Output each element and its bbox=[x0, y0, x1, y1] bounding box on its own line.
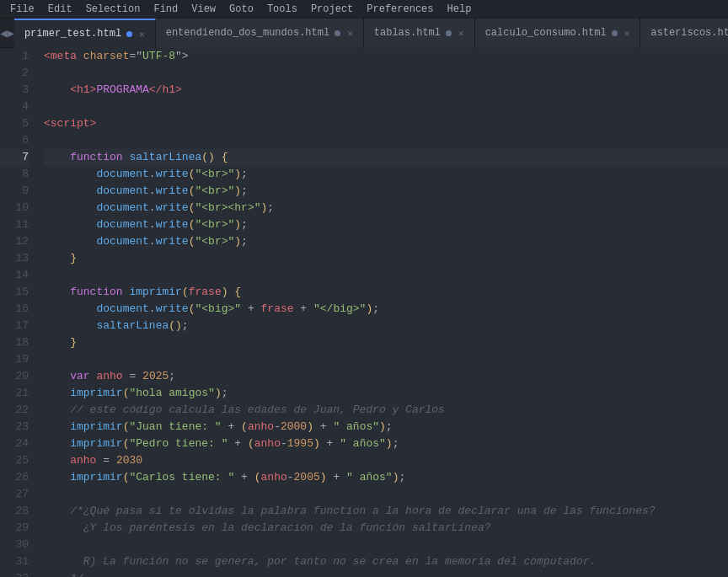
line-num-5: 5 bbox=[0, 115, 29, 132]
line-num-1: 1 bbox=[0, 48, 29, 65]
code-line-17: saltarLinea(); bbox=[44, 318, 728, 334]
line-num-32: 32 bbox=[0, 570, 29, 577]
code-line-19 bbox=[44, 351, 728, 368]
line-num-19: 19 bbox=[0, 351, 29, 368]
line-num-6: 6 bbox=[0, 132, 29, 149]
code-line-7: function saltarLinea() { bbox=[44, 149, 728, 166]
menu-bar: File Edit Selection Find View Goto Tools… bbox=[0, 0, 728, 19]
tab-nav-next[interactable]: ▶ bbox=[7, 19, 13, 48]
menu-help[interactable]: Help bbox=[441, 2, 479, 17]
line-num-22: 22 bbox=[0, 402, 29, 419]
code-line-13: } bbox=[44, 250, 728, 267]
code-line-3: <h1>PROGRAMA</h1> bbox=[44, 82, 728, 99]
code-line-23: imprimir("Juan tiene: " + (anho-2000) + … bbox=[44, 419, 728, 435]
code-line-9: document.write("<br>"); bbox=[44, 183, 728, 200]
line-num-25: 25 bbox=[0, 452, 29, 469]
line-num-12: 12 bbox=[0, 233, 29, 250]
code-line-26: imprimir("Carlos tiene: " + (anho-2005) … bbox=[44, 469, 728, 486]
line-num-7: 7 bbox=[0, 149, 29, 166]
line-num-31: 31 bbox=[0, 553, 29, 570]
line-num-24: 24 bbox=[0, 435, 29, 452]
line-num-27: 27 bbox=[0, 486, 29, 503]
code-line-11: document.write("<br>"); bbox=[44, 216, 728, 233]
line-num-14: 14 bbox=[0, 267, 29, 284]
tab-dot bbox=[335, 30, 340, 36]
code-line-22: // este código calcula las edades de Jua… bbox=[44, 402, 728, 419]
line-num-23: 23 bbox=[0, 419, 29, 435]
tab-close[interactable]: ✕ bbox=[347, 28, 353, 39]
editor: 1 2 3 4 5 6 7 8 9 10 11 12 13 14 15 16 1… bbox=[0, 48, 728, 577]
tab-dot bbox=[446, 30, 452, 36]
code-line-6 bbox=[44, 132, 728, 149]
code-line-20: var anho = 2025; bbox=[44, 368, 728, 385]
code-line-31: R) La función no se genera, por tanto no… bbox=[44, 553, 728, 570]
line-num-17: 17 bbox=[0, 318, 29, 334]
code-line-12: document.write("<br>"); bbox=[44, 233, 728, 250]
menu-project[interactable]: Project bbox=[304, 2, 360, 17]
code-line-8: document.write("<br>"); bbox=[44, 166, 728, 183]
line-num-16: 16 bbox=[0, 301, 29, 318]
tab-label: asteriscos.html bbox=[650, 27, 728, 39]
code-line-28: /*¿Qué pasa si te olvidas la palabra fun… bbox=[44, 503, 728, 520]
menu-selection[interactable]: Selection bbox=[79, 2, 147, 17]
code-line-29: ¿Y los paréntesis en la declaración de l… bbox=[44, 520, 728, 537]
menu-find[interactable]: Find bbox=[147, 2, 185, 17]
line-num-21: 21 bbox=[0, 385, 29, 402]
code-line-25: anho = 2030 bbox=[44, 452, 728, 469]
tab-label: entendiendo_dos_mundos.html bbox=[166, 27, 329, 39]
line-num-20: 20 bbox=[0, 368, 29, 385]
line-numbers: 1 2 3 4 5 6 7 8 9 10 11 12 13 14 15 16 1… bbox=[0, 48, 35, 577]
tab-dot bbox=[612, 30, 618, 36]
menu-file[interactable]: File bbox=[3, 2, 41, 17]
tab-calculo[interactable]: calculo_consumo.html ✕ bbox=[475, 19, 641, 48]
tab-entendiendo[interactable]: entendiendo_dos_mundos.html ✕ bbox=[156, 19, 364, 48]
tab-close[interactable]: ✕ bbox=[458, 28, 464, 39]
code-content[interactable]: <meta charset="UTF-8"> <h1>PROGRAMA</h1>… bbox=[35, 48, 728, 577]
code-line-27 bbox=[44, 486, 728, 503]
tab-close[interactable]: ✕ bbox=[139, 29, 145, 40]
menu-tools[interactable]: Tools bbox=[260, 2, 304, 17]
code-line-15: function imprimir(frase) { bbox=[44, 284, 728, 301]
line-num-13: 13 bbox=[0, 250, 29, 267]
tab-asteriscos[interactable]: asteriscos.html ✕ bbox=[640, 19, 728, 48]
line-num-10: 10 bbox=[0, 200, 29, 216]
line-num-3: 3 bbox=[0, 82, 29, 99]
line-num-30: 30 bbox=[0, 537, 29, 553]
code-line-10: document.write("<br><hr>"); bbox=[44, 200, 728, 216]
tab-tablas[interactable]: tablas.html ✕ bbox=[364, 19, 475, 48]
line-num-18: 18 bbox=[0, 334, 29, 351]
menu-preferences[interactable]: Preferences bbox=[360, 2, 440, 17]
line-num-29: 29 bbox=[0, 520, 29, 537]
line-num-4: 4 bbox=[0, 99, 29, 115]
code-line-21: imprimir("hola amigos"); bbox=[44, 385, 728, 402]
code-line-2 bbox=[44, 65, 728, 82]
line-num-11: 11 bbox=[0, 216, 29, 233]
code-line-5: <script> bbox=[44, 115, 728, 132]
menu-goto[interactable]: Goto bbox=[222, 2, 260, 17]
code-line-24: imprimir("Pedro tiene: " + (anho-1995) +… bbox=[44, 435, 728, 452]
tab-bar: ◀ ▶ primer_test.html ✕ entendiendo_dos_m… bbox=[0, 19, 728, 48]
code-line-30 bbox=[44, 537, 728, 553]
line-num-9: 9 bbox=[0, 183, 29, 200]
tab-label: calculo_consumo.html bbox=[485, 27, 607, 39]
code-line-32: */ bbox=[44, 570, 728, 577]
line-num-2: 2 bbox=[0, 65, 29, 82]
code-line-16: document.write("<big>" + frase + "</big>… bbox=[44, 301, 728, 318]
code-line-4 bbox=[44, 99, 728, 115]
tab-label: primer_test.html bbox=[24, 28, 121, 40]
line-num-28: 28 bbox=[0, 503, 29, 520]
tab-close[interactable]: ✕ bbox=[624, 28, 630, 39]
tab-label: tablas.html bbox=[374, 27, 441, 39]
line-num-26: 26 bbox=[0, 469, 29, 486]
tab-primer-test[interactable]: primer_test.html ✕ bbox=[14, 19, 156, 48]
menu-view[interactable]: View bbox=[185, 2, 222, 17]
code-line-18: } bbox=[44, 334, 728, 351]
code-line-1: <meta charset="UTF-8"> bbox=[44, 48, 728, 65]
line-num-15: 15 bbox=[0, 284, 29, 301]
tab-dot bbox=[126, 31, 132, 37]
code-line-14 bbox=[44, 267, 728, 284]
line-num-8: 8 bbox=[0, 166, 29, 183]
menu-edit[interactable]: Edit bbox=[41, 2, 79, 17]
tab-nav-prev[interactable]: ◀ bbox=[0, 19, 7, 48]
